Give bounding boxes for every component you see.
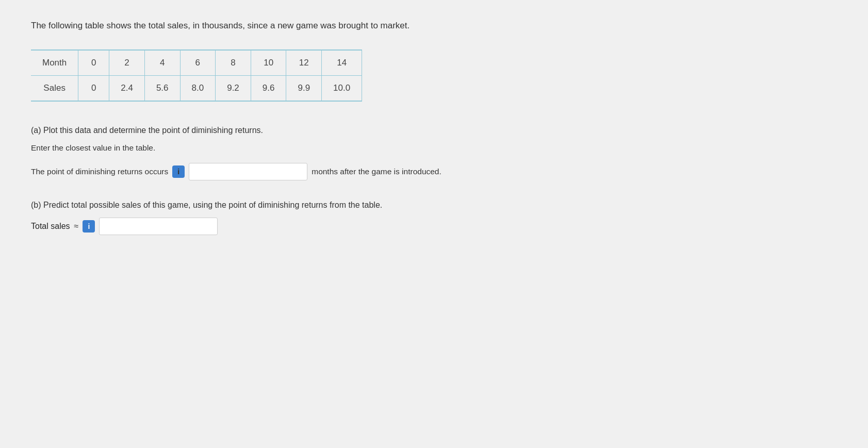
part-a-sub: Enter the closest value in the table. [31, 142, 441, 154]
approx-symbol: ≈ [74, 222, 79, 231]
part-b-info-badge: i [83, 220, 95, 233]
sales-7: 10.0 [322, 76, 362, 102]
month-0: 0 [78, 50, 109, 76]
total-sales-line: Total sales ≈ i [31, 218, 441, 235]
month-5: 10 [251, 50, 286, 76]
part-b-block: (b) Predict total possible sales of this… [31, 199, 441, 235]
part-a-info-badge: i [172, 165, 185, 178]
part-a-label: The point of diminishing returns occurs [31, 167, 168, 176]
month-3: 6 [180, 50, 216, 76]
table-row-month: Month 0 2 4 6 8 10 12 14 [31, 50, 362, 76]
month-7: 14 [322, 50, 362, 76]
total-sales-label: Total sales [31, 222, 70, 231]
sales-3: 8.0 [180, 76, 216, 102]
part-a-question: (a) Plot this data and determine the poi… [31, 124, 441, 137]
sales-5: 9.6 [251, 76, 286, 102]
sales-header: Sales [31, 76, 78, 102]
month-4: 8 [216, 50, 251, 76]
month-6: 12 [286, 50, 322, 76]
sales-2: 5.6 [144, 76, 180, 102]
sales-4: 9.2 [216, 76, 251, 102]
intro-text: The following table shows the total sale… [31, 21, 441, 31]
part-a-input[interactable] [189, 163, 307, 180]
sales-6: 9.9 [286, 76, 322, 102]
sales-0: 0 [78, 76, 109, 102]
part-b-question: (b) Predict total possible sales of this… [31, 199, 441, 211]
data-table: Month 0 2 4 6 8 10 12 14 Sales 0 2.4 5.6… [31, 49, 362, 102]
month-header: Month [31, 50, 78, 76]
table-row-sales: Sales 0 2.4 5.6 8.0 9.2 9.6 9.9 10.0 [31, 76, 362, 102]
part-a-input-line: The point of diminishing returns occurs … [31, 163, 441, 180]
month-1: 2 [109, 50, 145, 76]
part-b-input[interactable] [99, 218, 218, 235]
page-container: The following table shows the total sale… [0, 0, 472, 272]
sales-1: 2.4 [109, 76, 145, 102]
month-2: 4 [144, 50, 180, 76]
part-a-suffix: months after the game is introduced. [312, 167, 441, 176]
part-a-block: (a) Plot this data and determine the poi… [31, 124, 441, 180]
